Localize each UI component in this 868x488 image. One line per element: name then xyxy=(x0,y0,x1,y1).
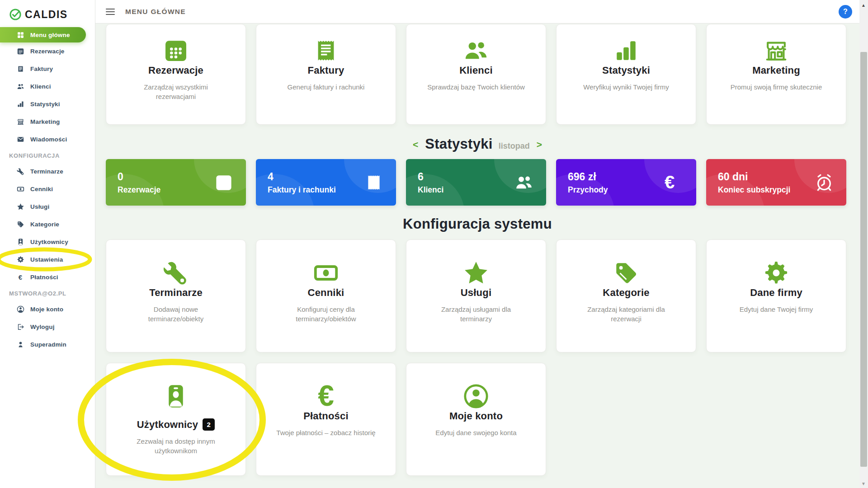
card-description: Zarządzaj kategoriami dla rezerwacji xyxy=(587,305,665,324)
storefront-icon xyxy=(763,37,789,65)
card-terminarze[interactable]: Terminarze Dodawaj nowe terminarze/obiek… xyxy=(106,239,246,352)
card-title: Użytkownicy xyxy=(137,419,198,431)
stat-label: Faktury i rachunki xyxy=(268,185,336,195)
sidebar-item-rezerwacje[interactable]: Rezerwacje xyxy=(0,42,95,60)
sidebar-item-wyloguj[interactable]: Wyloguj xyxy=(0,318,95,336)
sidebar-item-klienci[interactable]: Klienci xyxy=(0,78,95,95)
banknote-icon xyxy=(313,259,339,287)
receipt-icon xyxy=(313,37,339,65)
stat-tile-przychody[interactable]: 696 zł Przychody € xyxy=(556,159,696,206)
euro-icon: € xyxy=(318,382,334,410)
card-uzytkownicy[interactable]: Użytkownicy 2 Zezwalaj na dostęp innym u… xyxy=(106,363,246,476)
account-cards-row: Użytkownicy 2 Zezwalaj na dostęp innym u… xyxy=(106,363,848,476)
previous-month-button[interactable]: < xyxy=(412,140,419,149)
card-uslugi[interactable]: Usługi Zarządzaj usługami dla terminarzy xyxy=(406,239,546,352)
sidebar-item-label: Użytkownicy xyxy=(30,239,68,245)
sidebar-item-kategorie[interactable]: Kategorie xyxy=(0,216,95,233)
next-month-button[interactable]: > xyxy=(536,140,543,149)
menu-grid-icon xyxy=(16,31,24,39)
receipt-icon xyxy=(364,173,383,192)
card-rezerwacje[interactable]: Rezerwacje Zarządzaj wszystkimi rezerwac… xyxy=(106,24,246,125)
scrollbar-thumb[interactable] xyxy=(860,52,867,467)
card-kategorie[interactable]: Kategorie Zarządzaj kategoriami dla reze… xyxy=(556,239,696,352)
card-description: Sprawdzaj bazę Twoich klientów xyxy=(427,82,525,92)
stat-value: 60 dni xyxy=(718,171,790,183)
sidebar-item-terminarze[interactable]: Terminarze xyxy=(0,163,95,180)
star-icon xyxy=(16,203,24,211)
vertical-scrollbar[interactable]: ▲ ▼ xyxy=(859,0,868,488)
card-title: Moje konto xyxy=(449,410,503,422)
sidebar-item-label: Kategorie xyxy=(30,221,59,228)
config-section-title: Konfiguracja systemu xyxy=(95,216,859,232)
app-logo[interactable]: CALDIS xyxy=(0,0,95,23)
card-dane-firmy[interactable]: Dane firmy Edytuj dane Twojej firmy xyxy=(706,239,846,352)
app-logo-text: CALDIS xyxy=(25,9,68,21)
sidebar-item-label: Terminarze xyxy=(30,168,63,175)
card-platnosci[interactable]: € Płatności Twoje płatności – zobacz his… xyxy=(256,363,396,476)
alarm-clock-icon xyxy=(815,173,834,192)
id-badge-icon xyxy=(16,238,24,246)
stat-tile-faktury[interactable]: 4 Faktury i rachunki xyxy=(256,159,396,206)
sidebar-item-marketing[interactable]: Marketing xyxy=(0,113,95,131)
card-faktury[interactable]: Faktury Generuj faktury i rachunki xyxy=(256,24,396,125)
person-circle-icon xyxy=(463,382,489,410)
card-cenniki[interactable]: Cenniki Konfiguruj ceny dla terminarzy/o… xyxy=(256,239,396,352)
card-description: Zarządzaj wszystkimi rezerwacjami xyxy=(144,82,208,101)
star-icon xyxy=(463,259,489,287)
tag-icon xyxy=(16,221,24,229)
stat-tile-koniec-subskrypcji[interactable]: 60 dni Koniec subskrypcji xyxy=(706,159,846,206)
bar-chart-icon xyxy=(16,100,24,108)
calendar-icon xyxy=(163,37,189,65)
sidebar-item-menu-glowne[interactable]: Menu główne xyxy=(0,27,86,42)
card-statystyki[interactable]: Statystyki Weryfikuj wyniki Twojej firmy xyxy=(556,24,696,125)
sidebar-item-platnosci[interactable]: € Płatności xyxy=(0,268,95,286)
id-badge-icon xyxy=(163,382,189,410)
users-count-badge: 2 xyxy=(203,418,215,431)
scroll-down-arrow-icon[interactable]: ▼ xyxy=(861,481,866,486)
stats-title: Statystyki xyxy=(425,136,492,152)
card-title: Usługi xyxy=(461,287,491,299)
card-title: Marketing xyxy=(752,65,800,76)
person-icon xyxy=(16,341,24,349)
wrench-icon xyxy=(163,259,189,287)
gear-icon xyxy=(16,256,24,264)
calendar-icon xyxy=(16,47,24,56)
envelope-icon xyxy=(16,136,24,144)
stats-header: < Statystyki listopad > xyxy=(95,134,859,155)
storefront-icon xyxy=(16,118,24,126)
sidebar-item-ustawienia[interactable]: Ustawienia xyxy=(0,251,95,268)
card-title: Kategorie xyxy=(603,287,649,299)
stat-tile-rezerwacje[interactable]: 0 Rezerwacje xyxy=(106,159,246,206)
sidebar-item-moje-konto[interactable]: Moje konto xyxy=(0,300,95,318)
card-description: Edytuj dane Twojej firmy xyxy=(740,305,813,314)
sidebar-item-superadmin[interactable]: Superadmin xyxy=(0,336,95,353)
stat-label: Przychody xyxy=(568,185,608,195)
config-cards-row: Terminarze Dodawaj nowe terminarze/obiek… xyxy=(106,239,848,352)
euro-icon: € xyxy=(665,173,684,192)
invoice-icon xyxy=(16,65,24,73)
sidebar-item-uzytkownicy[interactable]: Użytkownicy xyxy=(0,233,95,251)
sidebar-item-statystyki[interactable]: Statystyki xyxy=(0,95,95,113)
sidebar: CALDIS Menu główne Rezerwacje Faktury Kl… xyxy=(0,0,95,488)
sidebar-item-cenniki[interactable]: Cenniki xyxy=(0,180,95,198)
sidebar-item-uslugi[interactable]: Usługi xyxy=(0,198,95,216)
hamburger-menu-icon[interactable] xyxy=(106,9,115,15)
sidebar-item-label: Faktury xyxy=(30,66,53,72)
gear-icon xyxy=(763,259,789,287)
card-description: Twoje płatności – zobacz historię xyxy=(276,428,375,437)
banknote-icon xyxy=(16,185,24,193)
stat-tile-klienci[interactable]: 6 Klienci xyxy=(406,159,546,206)
card-klienci[interactable]: Klienci Sprawdzaj bazę Twoich klientów xyxy=(406,24,546,125)
help-button[interactable]: ? xyxy=(839,5,852,19)
card-description: Edytuj dane swojego konta xyxy=(435,428,516,437)
tag-icon xyxy=(613,259,639,287)
logo-check-icon xyxy=(9,8,22,21)
card-moje-konto[interactable]: Moje konto Edytuj dane swojego konta xyxy=(406,363,546,476)
stat-label: Rezerwacje xyxy=(118,185,160,195)
sidebar-item-faktury[interactable]: Faktury xyxy=(0,60,95,78)
sidebar-item-label: Superadmin xyxy=(30,341,66,348)
scroll-up-arrow-icon[interactable]: ▲ xyxy=(861,3,866,8)
card-title: Rezerwacje xyxy=(148,65,203,76)
card-marketing[interactable]: Marketing Promuj swoją firmę skutecznie xyxy=(706,24,846,125)
sidebar-item-wiadomosci[interactable]: Wiadomości xyxy=(0,131,95,148)
